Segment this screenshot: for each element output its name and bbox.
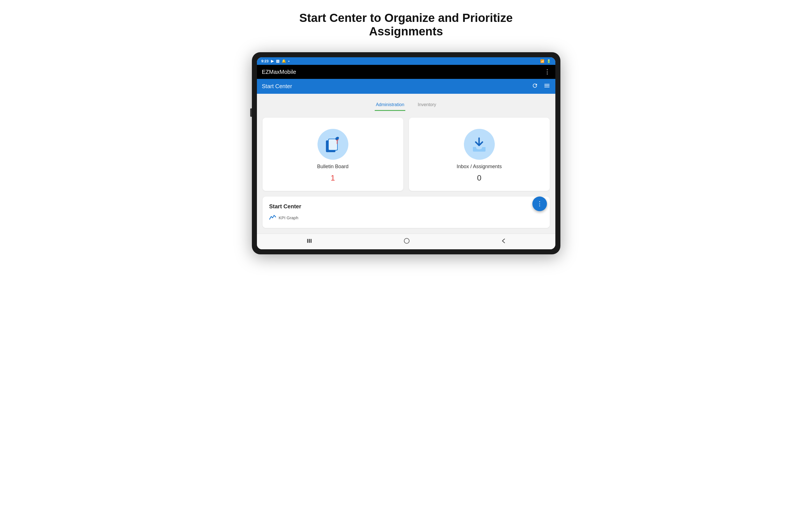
svg-rect-7 bbox=[309, 239, 310, 243]
inbox-assignments-count: 0 bbox=[477, 173, 482, 182]
cards-row: Bulletin Board 1 bbox=[262, 117, 550, 191]
tab-inventory[interactable]: Inventory bbox=[417, 99, 437, 111]
status-time: 9:23 bbox=[261, 59, 269, 63]
status-bar: 9:23 ▶ ▨ 🔔 • 📶 🔋 bbox=[257, 57, 555, 65]
status-dot-icon: • bbox=[288, 59, 290, 63]
nav-bar bbox=[257, 234, 555, 249]
app-overflow-menu-button[interactable]: ⋮ bbox=[544, 68, 550, 75]
bulletin-board-icon-circle bbox=[318, 129, 348, 160]
main-content: Administration Inventory bbox=[257, 94, 555, 234]
nav-home-button[interactable] bbox=[404, 238, 410, 246]
status-left: 9:23 ▶ ▨ 🔔 • bbox=[261, 59, 290, 63]
refresh-button[interactable] bbox=[532, 83, 538, 90]
kpi-row: KPI Graph bbox=[269, 214, 543, 221]
app-bar: EZMaxMobile ⋮ bbox=[257, 65, 555, 79]
svg-rect-8 bbox=[310, 239, 311, 243]
fab-button[interactable]: ⋮ bbox=[532, 197, 547, 211]
toolbar-title: Start Center bbox=[262, 83, 292, 89]
tablet-screen: 9:23 ▶ ▨ 🔔 • 📶 🔋 EZMaxMobile ⋮ Start Cen… bbox=[257, 57, 555, 249]
nav-back-button[interactable] bbox=[501, 238, 506, 246]
bulletin-board-label: Bulletin Board bbox=[317, 164, 348, 170]
status-play-icon: ▶ bbox=[271, 59, 274, 63]
start-center-section: Start Center KPI Graph bbox=[262, 197, 550, 228]
svg-point-9 bbox=[404, 238, 409, 243]
inbox-assignments-card[interactable]: Inbox / Assignments 0 bbox=[409, 117, 550, 191]
tab-administration[interactable]: Administration bbox=[375, 99, 405, 111]
status-right: 📶 🔋 bbox=[540, 59, 551, 63]
inbox-assignments-icon bbox=[470, 135, 488, 154]
app-name: EZMaxMobile bbox=[262, 69, 296, 75]
status-bell-icon: 🔔 bbox=[281, 59, 286, 63]
bulletin-board-card[interactable]: Bulletin Board 1 bbox=[262, 117, 403, 191]
toolbar-actions bbox=[532, 82, 550, 90]
bulletin-board-count: 1 bbox=[331, 173, 335, 182]
kpi-graph-icon bbox=[269, 214, 276, 221]
tab-bar: Administration Inventory bbox=[262, 99, 550, 111]
tablet-frame: 9:23 ▶ ▨ 🔔 • 📶 🔋 EZMaxMobile ⋮ Start Cen… bbox=[252, 52, 561, 254]
inbox-icon-circle bbox=[464, 129, 495, 160]
start-center-section-title: Start Center bbox=[269, 203, 543, 210]
toolbar: Start Center bbox=[257, 79, 555, 94]
status-battery-icon: 🔋 bbox=[547, 59, 551, 63]
svg-rect-2 bbox=[329, 139, 337, 150]
status-wifi-icon: 📶 bbox=[540, 59, 545, 63]
hamburger-menu-button[interactable] bbox=[543, 82, 550, 90]
nav-recents-button[interactable] bbox=[307, 238, 312, 245]
inbox-assignments-label: Inbox / Assignments bbox=[456, 164, 502, 170]
svg-rect-6 bbox=[307, 239, 308, 243]
bulletin-board-icon bbox=[324, 135, 342, 154]
page-title: Start Center to Organize and Prioritize … bbox=[280, 11, 532, 38]
status-camera-icon: ▨ bbox=[276, 59, 279, 63]
kpi-graph-label: KPI Graph bbox=[279, 215, 299, 220]
